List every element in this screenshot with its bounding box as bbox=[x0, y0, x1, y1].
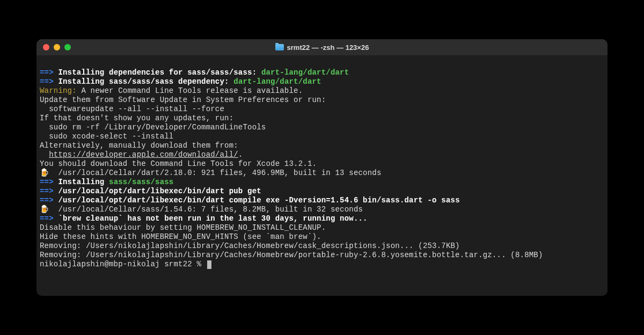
package-name: dart-lang/dart/dart bbox=[233, 77, 321, 86]
download-link[interactable]: https://developer.apple.com/download/all… bbox=[49, 150, 238, 159]
shell-prompt: nikolajlapshin@mbp-nikolaj srmt22 % bbox=[40, 260, 206, 269]
prompt-line[interactable]: nikolajlapshin@mbp-nikolaj srmt22 % bbox=[40, 260, 604, 269]
output-line: ==> Installing sass/sass/sass bbox=[40, 178, 604, 187]
output-line: ==> Installing dependencies for sass/sas… bbox=[40, 68, 604, 77]
output-line: Warning: A newer Command Line Tools rele… bbox=[40, 86, 604, 96]
traffic-lights bbox=[43, 44, 71, 50]
output-line: Alternatively, manually download them fr… bbox=[40, 141, 604, 150]
output-line: https://developer.apple.com/download/all… bbox=[40, 150, 604, 159]
output-line: ==> `brew cleanup` has not been run in t… bbox=[40, 214, 604, 223]
title-text: srmt22 — -zsh — 123×26 bbox=[287, 43, 369, 52]
terminal-window: srmt22 — -zsh — 123×26 ==> Installing de… bbox=[36, 39, 608, 296]
window-title: srmt22 — -zsh — 123×26 bbox=[275, 43, 369, 52]
output-line: Disable this behaviour by setting HOMEBR… bbox=[40, 223, 604, 232]
terminal-output[interactable]: ==> Installing dependencies for sass/sas… bbox=[36, 55, 608, 296]
output-line: softwareupdate --all --install --force bbox=[40, 105, 604, 114]
output-line: sudo rm -rf /Library/Developer/CommandLi… bbox=[40, 123, 604, 132]
beer-icon: 🍺 bbox=[40, 169, 49, 178]
arrow-icon: ==> bbox=[40, 68, 54, 77]
output-line: 🍺 /usr/local/Cellar/dart/2.18.0: 921 fil… bbox=[40, 169, 604, 178]
output-line: 🍺 /usr/local/Cellar/sass/1.54.6: 7 files… bbox=[40, 205, 604, 214]
beer-icon: 🍺 bbox=[40, 205, 49, 214]
arrow-icon: ==> bbox=[40, 214, 54, 223]
output-line: Removing: /Users/nikolajlapshin/Library/… bbox=[40, 251, 604, 260]
arrow-icon: ==> bbox=[40, 77, 54, 86]
close-button[interactable] bbox=[43, 44, 49, 50]
output-line: If that doesn't show you any updates, ru… bbox=[40, 114, 604, 123]
output-line: ==> Installing sass/sass/sass dependency… bbox=[40, 77, 604, 86]
package-name: dart-lang/dart/dart bbox=[261, 68, 349, 77]
arrow-icon: ==> bbox=[40, 187, 54, 195]
arrow-icon: ==> bbox=[40, 196, 54, 205]
output-line: Removing: /Users/nikolajlapshin/Library/… bbox=[40, 242, 604, 251]
warning-label: Warning: bbox=[40, 86, 77, 95]
minimize-button[interactable] bbox=[54, 44, 60, 50]
folder-icon bbox=[275, 44, 284, 50]
output-line: You should download the Command Line Too… bbox=[40, 159, 604, 169]
titlebar: srmt22 — -zsh — 123×26 bbox=[36, 39, 608, 55]
output-line: ==> /usr/local/opt/dart/libexec/bin/dart… bbox=[40, 187, 604, 196]
cursor bbox=[207, 260, 211, 269]
output-line: ==> /usr/local/opt/dart/libexec/bin/dart… bbox=[40, 196, 604, 205]
arrow-icon: ==> bbox=[40, 178, 54, 186]
package-name: sass/sass/sass bbox=[109, 178, 173, 186]
output-line: sudo xcode-select --install bbox=[40, 132, 604, 141]
output-line: Update them from Software Update in Syst… bbox=[40, 96, 604, 105]
maximize-button[interactable] bbox=[64, 44, 71, 50]
output-line: Hide these hints with HOMEBREW_NO_ENV_HI… bbox=[40, 232, 604, 242]
